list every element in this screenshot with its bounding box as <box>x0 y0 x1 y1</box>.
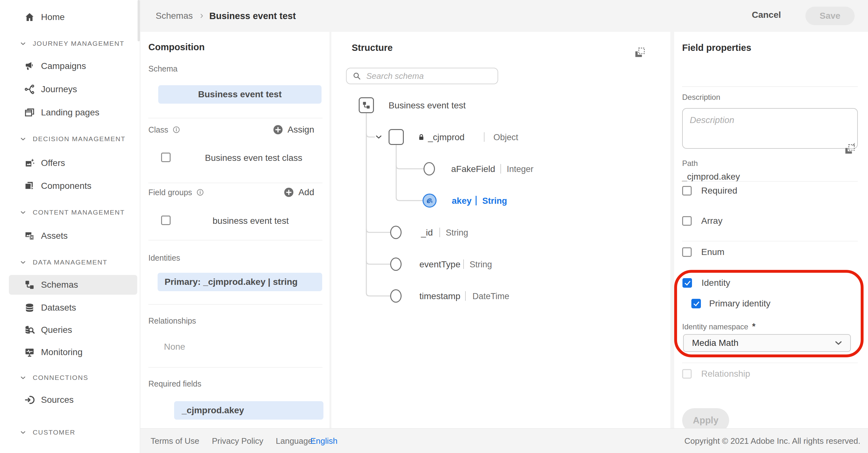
plus-circle-icon <box>272 124 284 135</box>
windows-icon <box>24 107 35 118</box>
identity-checkbox[interactable] <box>682 278 692 288</box>
info-icon[interactable] <box>196 188 204 197</box>
schema-chip[interactable]: Business event test <box>158 85 321 103</box>
identity-row: Identity <box>682 278 730 288</box>
cancel-button[interactable]: Cancel <box>750 9 783 20</box>
sidebar-section-decision-management[interactable]: DECISION MANAGEMENT <box>0 128 140 150</box>
tree-expand-chevron-icon[interactable] <box>375 133 383 141</box>
composition-panel: Composition Schema Business event test C… <box>141 32 330 428</box>
array-checkbox[interactable] <box>682 216 692 226</box>
composition-title: Composition <box>148 42 205 53</box>
sidebar-section-data-management[interactable]: DATA MANAGEMENT <box>0 251 140 273</box>
chevron-down-icon <box>20 374 26 381</box>
save-button[interactable]: Save <box>805 7 855 25</box>
identity-chip[interactable]: Primary: _cjmprod.akey | string <box>158 273 322 291</box>
tree-node-name[interactable]: _id <box>421 228 433 238</box>
identity-field-node-icon[interactable] <box>423 193 437 208</box>
sidebar-section-content-management[interactable]: CONTENT MANAGEMENT <box>0 201 140 223</box>
sidebar-section-label: CONTENT MANAGEMENT <box>33 209 125 216</box>
footer: Terms of Use Privacy Policy Language: En… <box>140 428 868 453</box>
required-checkbox[interactable] <box>682 186 692 195</box>
copy-path-icon[interactable] <box>844 143 856 155</box>
field-group-checkbox[interactable] <box>161 215 170 225</box>
sidebar-item-label: Landing pages <box>41 108 99 118</box>
assets-icon <box>24 231 35 241</box>
tree-node-type: Object <box>493 132 518 143</box>
sidebar-item-landing-pages[interactable]: Landing pages <box>0 101 140 124</box>
sidebar-item-label: Campaigns <box>41 61 86 71</box>
tree-node-name[interactable]: _cjmprod <box>428 132 465 143</box>
required-asterisk: * <box>752 322 755 332</box>
sidebar-item-monitoring[interactable]: Monitoring <box>0 341 140 363</box>
path-label: Path <box>682 159 698 168</box>
arrow-into-circle-icon <box>24 394 35 405</box>
tree-node-type: String <box>446 228 468 238</box>
sidebar-section-label: DATA MANAGEMENT <box>33 259 107 266</box>
sidebar: Home JOURNEY MANAGEMENT Campaigns Journe… <box>0 0 140 453</box>
assign-class-button[interactable]: Assign <box>272 124 314 135</box>
field-groups-label: Field groups <box>148 188 192 197</box>
relationship-row: Relationship <box>682 369 750 379</box>
privacy-policy-link[interactable]: Privacy Policy <box>212 436 264 446</box>
add-field-group-button[interactable]: Add <box>283 187 314 198</box>
sidebar-scrollbar-thumb[interactable] <box>137 0 140 41</box>
plus-circle-icon <box>283 187 294 198</box>
language-value-link[interactable]: English <box>310 436 337 446</box>
info-icon[interactable] <box>172 126 181 134</box>
field-node-icon[interactable] <box>424 162 435 176</box>
sidebar-item-segments[interactable]: Segments <box>0 447 140 453</box>
field-node-icon[interactable] <box>390 289 402 303</box>
tree-node-name[interactable]: eventType <box>420 260 460 270</box>
class-checkbox[interactable] <box>161 153 170 162</box>
monitor-pulse-icon <box>24 347 35 358</box>
sidebar-item-journeys[interactable]: Journeys <box>0 78 140 100</box>
sidebar-item-components[interactable]: Components <box>0 175 140 197</box>
schema-root-icon[interactable] <box>359 97 374 113</box>
terms-of-use-link[interactable]: Terms of Use <box>151 436 199 446</box>
chevron-down-icon <box>20 136 26 143</box>
sidebar-section-connections[interactable]: CONNECTIONS <box>0 366 140 389</box>
sidebar-section-customer[interactable]: CUSTOMER <box>0 421 140 444</box>
enum-checkbox[interactable] <box>682 247 692 257</box>
class-name[interactable]: Business even test class <box>205 153 303 163</box>
sidebar-item-assets[interactable]: Assets <box>0 225 140 247</box>
sidebar-section-journey-management[interactable]: JOURNEY MANAGEMENT <box>0 32 140 55</box>
sidebar-item-offers[interactable]: Offers <box>0 152 140 174</box>
divider <box>682 363 858 363</box>
description-textarea[interactable] <box>682 108 858 149</box>
field-properties-panel: Field properties Description Path _cjmpr… <box>674 32 868 428</box>
object-node-icon[interactable] <box>389 129 404 145</box>
chevron-down-icon <box>834 338 843 348</box>
tree-node-name[interactable]: timestamp <box>420 291 460 301</box>
sidebar-item-queries[interactable]: Queries <box>0 319 140 341</box>
tree-root-label[interactable]: Business event test <box>389 100 466 111</box>
name-type-separator <box>465 291 466 301</box>
sidebar-item-datasets[interactable]: Datasets <box>0 297 140 319</box>
tree-node-name[interactable]: aFakeField <box>451 164 495 174</box>
field-properties-title: Field properties <box>682 42 751 53</box>
sidebar-item-home[interactable]: Home <box>0 6 140 28</box>
required-row: Required <box>682 186 737 195</box>
name-type-separator <box>463 260 464 269</box>
field-group-name[interactable]: business event test <box>213 216 289 226</box>
field-node-icon[interactable] <box>390 258 402 271</box>
sidebar-item-schemas[interactable]: Schemas <box>9 275 137 295</box>
relationship-checkbox[interactable] <box>682 369 692 379</box>
primary-identity-checkbox[interactable] <box>691 299 701 308</box>
sidebar-item-campaigns[interactable]: Campaigns <box>0 55 140 77</box>
required-field-chip[interactable]: _cjmprod.akey <box>174 401 323 420</box>
tree-node-type: Integer <box>507 164 533 174</box>
breadcrumb-schemas-link[interactable]: Schemas <box>156 11 193 21</box>
primary-identity-row: Primary identity <box>691 299 771 308</box>
sidebar-item-sources[interactable]: Sources <box>0 389 140 411</box>
identity-namespace-select[interactable]: Media Math <box>683 334 851 352</box>
sidebar-item-label: Assets <box>41 231 68 241</box>
tree-node-name-selected[interactable]: akey <box>452 196 471 206</box>
apply-button[interactable]: Apply <box>682 408 729 428</box>
tree-node-type: String <box>470 260 492 270</box>
field-node-icon[interactable] <box>390 226 402 239</box>
enum-row: Enum <box>682 247 724 257</box>
name-type-separator <box>476 196 476 205</box>
identity-namespace-label: Identity namespace <box>682 322 748 331</box>
language-label: Language: <box>276 436 315 446</box>
